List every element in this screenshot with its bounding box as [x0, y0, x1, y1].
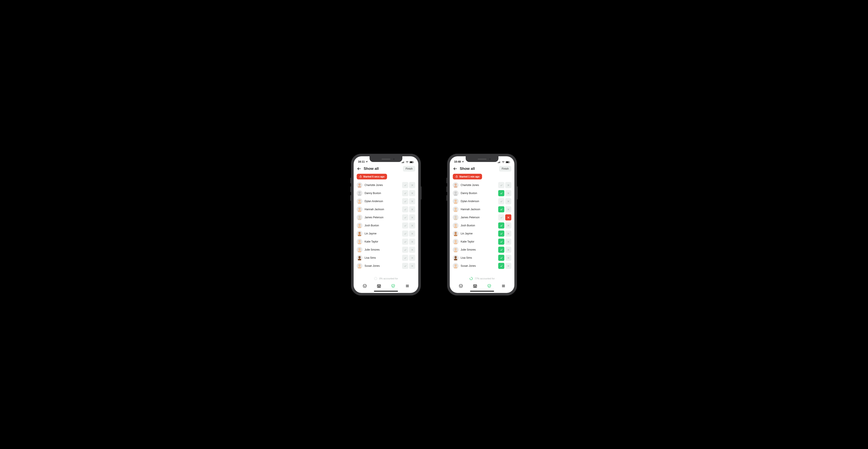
mark-absent-button[interactable]	[505, 182, 511, 188]
svg-point-130	[459, 284, 462, 287]
accounted-label: 0% accounted for	[379, 277, 398, 280]
mark-present-button[interactable]	[498, 198, 504, 204]
mark-present-button[interactable]	[402, 222, 408, 228]
mark-absent-button[interactable]	[505, 247, 511, 253]
mark-absent-button[interactable]	[505, 255, 511, 261]
finish-button[interactable]: Finish	[499, 166, 511, 171]
mark-present-button[interactable]	[498, 230, 504, 236]
row-buttons	[498, 255, 511, 261]
person-row: Lisa Sims	[453, 254, 511, 262]
mark-absent-button[interactable]	[505, 206, 511, 213]
mark-present-button[interactable]	[498, 182, 504, 188]
tab-calendar[interactable]	[471, 283, 479, 289]
person-name: Charlotte Jones	[365, 184, 400, 187]
tab-shield[interactable]	[486, 283, 493, 289]
mark-absent-button[interactable]	[409, 247, 415, 253]
mark-present-button[interactable]	[402, 214, 408, 221]
mark-absent-button[interactable]	[409, 230, 415, 236]
row-buttons	[498, 247, 511, 253]
row-buttons	[498, 222, 511, 228]
person-name: Hannah Jackson	[461, 208, 496, 211]
tab-bar	[353, 281, 418, 290]
tab-shield[interactable]	[390, 283, 397, 289]
person-name: Josh Buxton	[461, 224, 496, 227]
person-row: Lisa Sims	[357, 254, 415, 262]
mark-absent-button[interactable]	[409, 222, 415, 228]
home-indicator[interactable]	[470, 291, 494, 292]
mark-absent-button[interactable]	[505, 222, 511, 228]
signal-icon	[402, 161, 405, 163]
calendar-icon	[473, 284, 477, 288]
mark-present-button[interactable]	[402, 230, 408, 236]
mark-present-button[interactable]	[498, 247, 504, 253]
mark-absent-button[interactable]	[505, 263, 511, 269]
mark-present-button[interactable]	[402, 247, 408, 253]
people-list[interactable]: Charlotte Jones Danny Buxton	[353, 181, 418, 278]
mark-present-button[interactable]	[402, 263, 408, 269]
mark-absent-button[interactable]	[409, 182, 415, 188]
mark-absent-button[interactable]	[505, 230, 511, 236]
row-buttons	[498, 182, 511, 188]
phone-frame: 10:48 Show all Finish St	[447, 154, 517, 295]
svg-point-4	[407, 162, 407, 163]
mark-present-button[interactable]	[498, 263, 504, 269]
person-name: Josh Buxton	[365, 224, 400, 227]
svg-rect-7	[413, 162, 414, 163]
row-buttons	[402, 222, 415, 228]
mark-absent-button[interactable]	[409, 263, 415, 269]
front-camera	[489, 158, 491, 160]
person-name: Susan Jones	[365, 264, 400, 267]
tab-clock[interactable]	[361, 283, 369, 289]
row-buttons	[402, 190, 415, 196]
person-name: Lin Jayme	[365, 232, 400, 235]
mark-present-button[interactable]	[498, 190, 504, 196]
mark-absent-button[interactable]	[409, 214, 415, 221]
svg-rect-72	[498, 162, 498, 163]
svg-rect-74	[499, 162, 500, 163]
avatar	[357, 198, 362, 204]
tab-clock[interactable]	[457, 283, 465, 289]
mark-absent-button[interactable]	[409, 255, 415, 261]
finish-button[interactable]: Finish	[403, 166, 415, 171]
mark-present-button[interactable]	[498, 214, 504, 221]
chip-label: Started 1 min ago	[459, 175, 479, 178]
mark-absent-button[interactable]	[409, 198, 415, 204]
menu-icon	[501, 284, 506, 288]
mark-present-button[interactable]	[402, 206, 408, 213]
svg-rect-73	[499, 162, 499, 163]
tab-calendar[interactable]	[375, 283, 383, 289]
avatar	[357, 206, 362, 212]
mark-present-button[interactable]	[402, 182, 408, 188]
row-buttons	[402, 206, 415, 213]
tab-menu[interactable]	[404, 283, 411, 289]
people-list[interactable]: Charlotte Jones Danny Buxton	[450, 181, 515, 278]
avatar	[453, 247, 459, 253]
mark-present-button[interactable]	[498, 222, 504, 228]
mark-absent-button[interactable]	[409, 238, 415, 245]
mark-present-button[interactable]	[498, 255, 504, 261]
started-chip: Started 5 secs ago	[357, 174, 387, 180]
mark-absent-button[interactable]	[505, 190, 511, 196]
person-row: James Peterson	[453, 214, 511, 222]
row-buttons	[402, 182, 415, 188]
mark-present-button[interactable]	[402, 255, 408, 261]
svg-rect-3	[404, 161, 404, 163]
mark-absent-button[interactable]	[409, 206, 415, 213]
mark-absent-button[interactable]	[505, 198, 511, 204]
back-button[interactable]	[357, 166, 362, 171]
person-name: Susan Jones	[461, 264, 496, 267]
mark-absent-button[interactable]	[505, 238, 511, 245]
mark-present-button[interactable]	[402, 190, 408, 196]
home-indicator[interactable]	[374, 291, 398, 292]
mark-present-button[interactable]	[498, 238, 504, 245]
battery-icon	[506, 161, 510, 163]
mark-present-button[interactable]	[498, 206, 504, 213]
mark-present-button[interactable]	[402, 198, 408, 204]
row-buttons	[498, 238, 511, 245]
mark-present-button[interactable]	[402, 238, 408, 245]
person-row: Lin Jayme	[453, 230, 511, 238]
tab-menu[interactable]	[500, 283, 507, 289]
mark-absent-button[interactable]	[409, 190, 415, 196]
mark-absent-button[interactable]	[505, 214, 511, 221]
back-button[interactable]	[453, 166, 458, 171]
